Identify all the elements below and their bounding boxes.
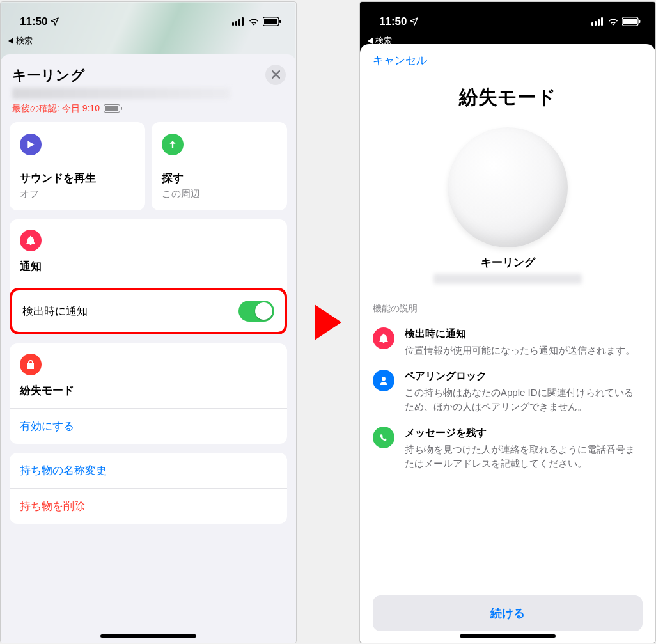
feature-pair-desc: この持ち物はあなたのApple IDに関連付けられているため、ほかの人はペアリン… <box>405 386 643 414</box>
breadcrumb[interactable]: 検索 <box>1 35 296 51</box>
svg-point-14 <box>382 377 386 381</box>
transition-arrow-icon <box>315 304 341 340</box>
svg-rect-8 <box>595 21 597 26</box>
features-header: 機能の説明 <box>373 303 643 315</box>
detail-sheet: キーリング 最後の確認: 今日 9:10 サウンドを再生 オフ <box>1 54 296 643</box>
svg-rect-2 <box>238 19 240 26</box>
continue-button[interactable]: 続ける <box>373 595 643 631</box>
wifi-icon <box>607 17 619 26</box>
back-triangle-icon <box>8 38 15 44</box>
delete-link[interactable]: 持ち物を削除 <box>10 488 287 524</box>
feature-pair-title: ペアリングロック <box>405 370 643 383</box>
battery-icon <box>622 17 641 26</box>
device-name: キーリング <box>373 255 643 270</box>
home-indicator[interactable] <box>100 634 196 638</box>
notify-switch[interactable] <box>238 301 274 322</box>
play-icon <box>20 134 42 155</box>
phone-icon <box>373 427 394 448</box>
feature-pairing-lock: ペアリングロック この持ち物はあなたのApple IDに関連付けられているため、… <box>373 370 643 414</box>
back-triangle-icon <box>368 38 374 44</box>
home-indicator[interactable] <box>460 634 556 638</box>
arrow-up-icon <box>162 134 184 155</box>
phone-left: 11:50 検索 キーリング 最後の確認: 今日 9:10 <box>0 1 297 643</box>
status-bar: 11:50 <box>360 2 655 35</box>
svg-rect-6 <box>279 20 281 23</box>
status-bar: 11:50 <box>1 2 296 35</box>
play-sound-card[interactable]: サウンドを再生 オフ <box>10 122 145 210</box>
find-title: 探す <box>162 171 277 185</box>
bell-icon <box>20 230 42 251</box>
feature-notify-title: 検出時に通知 <box>405 327 635 341</box>
lost-label: 紛失モード <box>20 383 277 398</box>
battery-mini-icon <box>104 104 120 113</box>
feature-notify: 検出時に通知 位置情報が使用可能になったら通知が送信されます。 <box>373 327 643 357</box>
status-time: 11:50 <box>379 15 407 28</box>
cellular-icon <box>591 17 604 26</box>
svg-rect-13 <box>639 20 640 23</box>
play-sound-sub: オフ <box>20 188 135 200</box>
svg-rect-1 <box>235 21 237 26</box>
close-icon <box>272 70 280 79</box>
bell-icon <box>373 327 394 349</box>
cellular-icon <box>232 17 245 26</box>
enable-lost-mode-link[interactable]: 有効にする <box>10 408 287 444</box>
svg-rect-7 <box>591 22 593 26</box>
feature-notify-desc: 位置情報が使用可能になったら通知が送信されます。 <box>405 343 635 357</box>
lock-icon <box>20 354 42 375</box>
svg-rect-9 <box>598 19 600 26</box>
find-sub: この周辺 <box>162 188 277 200</box>
manage-card: 持ち物の名称変更 持ち物を削除 <box>10 453 287 524</box>
airtag-image <box>448 127 568 247</box>
svg-rect-10 <box>601 17 603 26</box>
enable-link-label: 有効にする <box>20 419 74 434</box>
delete-label: 持ち物を削除 <box>20 499 85 514</box>
notify-when-found-row[interactable]: 検出時に通知 <box>12 290 285 332</box>
notify-card: 通知 検出時に通知 <box>10 219 287 334</box>
wifi-icon <box>248 17 260 26</box>
breadcrumb[interactable]: 検索 <box>360 35 655 51</box>
svg-rect-5 <box>264 19 277 24</box>
cancel-button[interactable]: キャンセル <box>373 53 643 68</box>
sheet-title: キーリング <box>12 66 285 85</box>
find-card[interactable]: 探す この周辺 <box>152 122 287 210</box>
last-seen: 最後の確認: 今日 9:10 <box>12 103 285 114</box>
status-time: 11:50 <box>20 15 47 28</box>
breadcrumb-label: 検索 <box>375 35 392 47</box>
redacted-email <box>433 274 582 284</box>
svg-rect-3 <box>242 17 244 26</box>
location-arrow-icon <box>50 17 59 26</box>
notify-row-highlight: 検出時に通知 <box>10 288 287 334</box>
rename-label: 持ち物の名称変更 <box>20 463 107 478</box>
lost-mode-card: 紛失モード 有効にする <box>10 343 287 444</box>
battery-icon <box>263 17 282 26</box>
svg-rect-0 <box>232 22 234 26</box>
feature-message: メッセージを残す 持ち物を見つけた人が連絡を取れるように電話番号またはメールアド… <box>373 427 643 471</box>
person-icon <box>373 370 394 391</box>
lost-mode-modal: キャンセル 紛失モード キーリング 機能の説明 検出時に通知 位置情報が使用可能… <box>360 44 655 643</box>
phone-right: 11:50 検索 キャンセル 紛失モード キーリング 機能の説明 検出時に通知 … <box>359 1 656 643</box>
notify-section-label: 通知 <box>20 259 277 274</box>
breadcrumb-label: 検索 <box>16 35 33 47</box>
location-arrow-icon <box>409 17 419 26</box>
feature-msg-desc: 持ち物を見つけた人が連絡を取れるように電話番号またはメールアドレスを記載してくだ… <box>405 443 643 471</box>
svg-rect-12 <box>623 19 637 24</box>
notify-row-label: 検出時に通知 <box>22 304 88 318</box>
modal-title: 紛失モード <box>373 84 643 111</box>
redacted-line <box>12 88 230 99</box>
rename-link[interactable]: 持ち物の名称変更 <box>10 453 287 488</box>
play-sound-title: サウンドを再生 <box>20 171 135 185</box>
close-button[interactable] <box>265 65 286 85</box>
feature-msg-title: メッセージを残す <box>405 427 643 440</box>
